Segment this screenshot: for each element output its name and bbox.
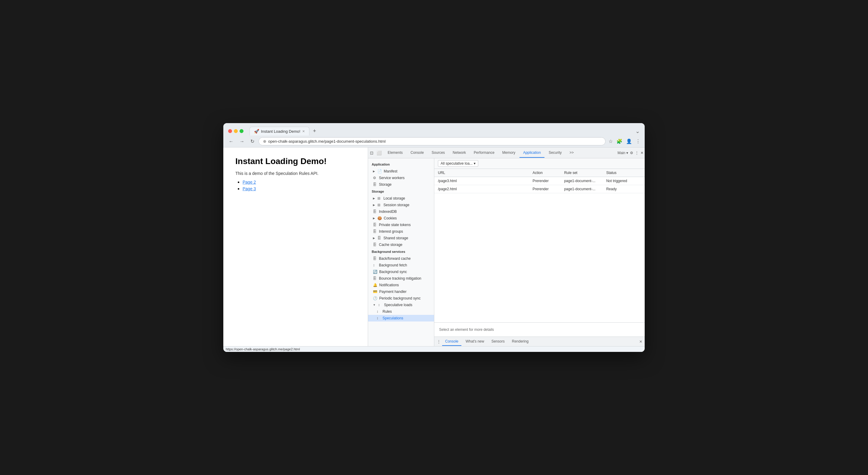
sidebar-item-session-storage[interactable]: ▶ ⊞ Session storage [368,202,434,208]
back-button[interactable]: ← [227,138,235,145]
reload-button[interactable]: ↻ [249,138,256,145]
console-tab-console[interactable]: Console [442,337,461,346]
cell-action: Prerender [529,177,561,185]
background-sync-icon: 🔄 [373,270,377,274]
tab-more[interactable]: >> [566,148,577,158]
sidebar-item-bounce-tracking[interactable]: 🗄 Bounce tracking mitigation [368,275,434,282]
menu-icon[interactable]: ⋮ [635,138,641,145]
sidebar-item-cache-storage[interactable]: 🗄 Cache storage [368,241,434,248]
tab-close-button[interactable]: ✕ [302,129,305,133]
console-tab-rendering[interactable]: Rendering [509,337,531,346]
sidebar-item-cookies[interactable]: ▶ 🍪 Cookies [368,215,434,221]
sidebar-item-speculative-loads[interactable]: ▼ ↕ Speculative loads [368,302,434,308]
console-close-icon[interactable]: ✕ [639,339,642,344]
page2-link[interactable]: Page 2 [243,180,256,184]
console-tab-whats-new[interactable]: What's new [463,337,487,346]
status-bar: https://open-chalk-asparagus.glitch.me/p… [223,346,645,352]
speculations-table: URL Action Rule set Status /page3.html P… [434,169,645,193]
background-services-header: Background services [368,248,434,255]
rules-icon: ↕ [376,309,381,314]
device-toolbar-icon[interactable]: ⬜ [376,150,382,156]
sidebar-label-indexeddb: IndexedDB [379,209,397,214]
sidebar-item-private-state-tokens[interactable]: 🗄 Private state tokens [368,221,434,228]
sidebar-item-speculations[interactable]: ↕ Speculations [368,315,434,322]
context-selector[interactable]: Main ▾ [618,151,628,155]
new-tab-button[interactable]: + [311,127,319,136]
sidebar-item-back-forward-cache[interactable]: 🗄 Back/forward cache [368,255,434,262]
sidebar-item-payment-handler[interactable]: 💳 Payment handler [368,288,434,295]
minimize-button[interactable] [234,129,238,133]
window-more-options[interactable]: ⌄ [636,128,640,135]
settings-icon[interactable]: ⚙ [630,151,633,155]
cell-ruleset: page1-document-... [560,185,602,193]
tab-sources[interactable]: Sources [428,148,448,158]
sidebar-item-shared-storage[interactable]: ▶ 🗄 Shared storage [368,235,434,241]
tab-console[interactable]: Console [407,148,427,158]
sidebar-item-background-sync[interactable]: 🔄 Background sync [368,268,434,275]
traffic-lights [228,129,244,133]
sidebar-item-storage-main[interactable]: 🗄 Storage [368,181,434,188]
url-text: open-chalk-asparagus.glitch.me/page1-doc… [268,139,385,144]
table-row[interactable]: /page2.html Prerender page1-document-...… [434,185,645,193]
maximize-button[interactable] [240,129,244,133]
private-state-tokens-icon: 🗄 [373,223,377,227]
sidebar-label-cache-storage: Cache storage [379,243,402,247]
col-header-ruleset: Rule set [560,169,602,177]
filter-dropdown[interactable]: All speculative loa... ▾ [438,160,478,167]
background-fetch-icon: ↕ [373,263,377,267]
lock-icon: ⊕ [263,139,266,144]
devtools-more-icon[interactable]: ⋮ [635,151,639,155]
page-links: Page 2 Page 3 [243,179,356,191]
dropdown-arrow-icon: ▾ [474,161,475,166]
sidebar-label-rules: Rules [382,309,392,314]
sidebar-label-payment-handler: Payment handler [379,290,407,294]
tab-favicon: 🚀 [254,129,259,133]
indexeddb-icon: 🗄 [373,209,377,214]
sidebar-label-speculative-loads: Speculative loads [384,303,412,307]
address-bar[interactable]: ⊕ open-chalk-asparagus.glitch.me/page1-d… [258,137,606,145]
sidebar-item-background-fetch[interactable]: ↕ Background fetch [368,262,434,268]
tab-network[interactable]: Network [449,148,469,158]
close-button[interactable] [228,129,232,133]
sidebar-item-notifications[interactable]: 🔔 Notifications [368,282,434,288]
sidebar-item-service-workers[interactable]: ⚙ Service workers [368,175,434,181]
extensions-icon[interactable]: 🧩 [616,138,623,145]
tab-security[interactable]: Security [545,148,565,158]
devtools-icons-left: ⊡ ⬜ [369,150,382,156]
tab-application[interactable]: Application [520,148,545,158]
sidebar-item-local-storage[interactable]: ▶ ⊞ Local storage [368,195,434,202]
console-bar-menu-icon[interactable]: ⋮ [437,339,441,344]
session-storage-arrow: ▶ [373,204,375,207]
tab-performance[interactable]: Performance [470,148,498,158]
sidebar-item-interest-groups[interactable]: 🗄 Interest groups [368,228,434,235]
inspect-element-icon[interactable]: ⊡ [369,150,374,156]
tab-elements[interactable]: Elements [384,148,406,158]
devtools-close-icon[interactable]: ✕ [641,151,644,155]
main-area: Instant Loading Demo! This is a demo of … [223,148,645,346]
storage-section-header: Storage [368,188,434,195]
page3-link[interactable]: Page 3 [243,186,256,191]
cookies-icon: 🍪 [377,216,382,220]
sidebar-item-manifest[interactable]: ▶ 📄 Manifest [368,168,434,175]
console-tab-sensors[interactable]: Sensors [489,337,508,346]
bounce-tracking-icon: 🗄 [373,276,377,280]
account-icon[interactable]: 👤 [625,138,633,145]
panel-toolbar: All speculative loa... ▾ [434,158,645,169]
cookies-arrow: ▶ [373,217,375,220]
shared-storage-arrow: ▶ [373,237,375,240]
bookmark-icon[interactable]: ☆ [608,138,613,145]
forward-button[interactable]: → [238,138,246,145]
browser-tab[interactable]: 🚀 Instant Loading Demo! ✕ [249,127,309,136]
col-header-status: Status [602,169,645,177]
tab-memory[interactable]: Memory [499,148,519,158]
service-workers-icon: ⚙ [373,176,377,180]
filter-label: All speculative loa... [441,161,472,166]
sidebar-label-service-workers: Service workers [379,176,404,180]
table-row[interactable]: /page3.html Prerender page1-document-...… [434,177,645,185]
tab-title: Instant Loading Demo! [261,129,300,133]
sidebar-item-rules[interactable]: ↕ Rules [368,308,434,315]
devtools-panel: ⊡ ⬜ Elements Console Sources Network Per… [368,148,645,346]
sidebar-item-periodic-bg-sync[interactable]: 🕐 Periodic background sync [368,295,434,302]
local-storage-icon: ⊞ [377,196,382,201]
sidebar-item-indexeddb[interactable]: 🗄 IndexedDB [368,208,434,215]
